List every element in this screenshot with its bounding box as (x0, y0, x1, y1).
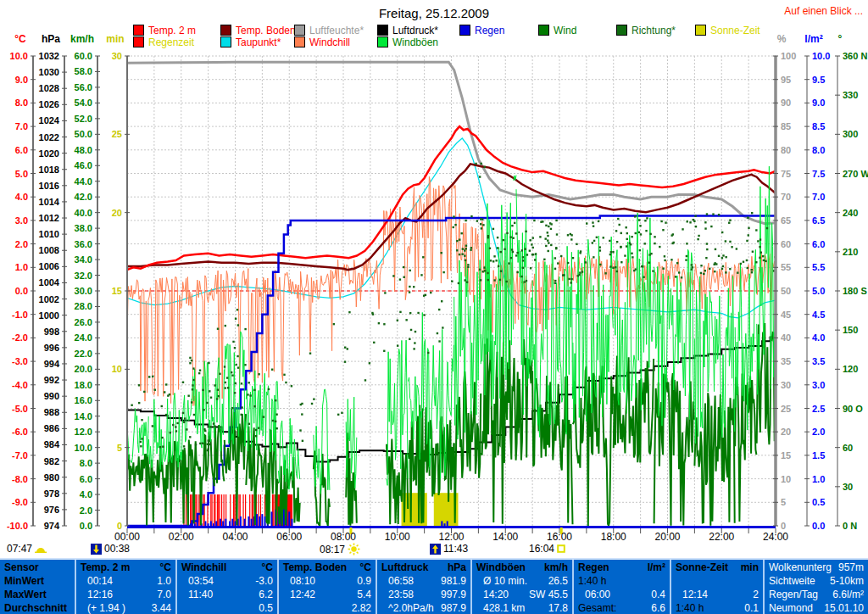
richtung-dot (248, 423, 250, 425)
richtung-dot (632, 256, 633, 258)
svg-text:-9.0: -9.0 (12, 497, 28, 507)
richtung-dot (709, 268, 710, 270)
value-luftdruck-2-num: 987.9 (441, 601, 466, 614)
svg-text:°: ° (838, 33, 843, 45)
axis-lpm2: l/m²10.09.59.08.58.07.57.06.56.05.55.04.… (804, 33, 830, 531)
regen-bar (264, 516, 266, 526)
value-temp-boden-0-num: 0.9 (357, 574, 371, 588)
richtung-dot (495, 260, 497, 261)
richtung-dot (525, 231, 526, 232)
richtung-dot (554, 280, 556, 282)
richtung-dot (202, 389, 203, 391)
legend-richtung[interactable]: Richtung* (616, 25, 676, 36)
richtung-dot (751, 271, 753, 273)
richtung-dot (138, 402, 140, 404)
richtung-dot (191, 401, 192, 403)
richtung-dot (183, 421, 185, 423)
row-label-sensor: Sensor (4, 561, 39, 574)
richtung-dot (570, 238, 572, 240)
legend-regenzeit[interactable]: Regenzeit (133, 36, 194, 47)
richtung-dot (140, 445, 142, 447)
svg-text:9.0: 9.0 (15, 75, 28, 85)
legend-label: Sonne-Zeit (710, 25, 760, 36)
sunset-time: 16:04 (529, 543, 565, 555)
svg-text:-2.0: -2.0 (12, 332, 28, 343)
richtung-dot (462, 248, 464, 249)
legend-taupunkt[interactable]: Taupunkt* (220, 36, 281, 47)
richtung-dot (399, 278, 401, 280)
richtung-dot (225, 387, 226, 388)
legend-label: Temp. 2 m (148, 25, 196, 36)
richtung-dot (213, 422, 214, 424)
richtung-dot (189, 436, 191, 438)
legend-temp-boden[interactable]: Temp. Boden (220, 25, 296, 36)
richtung-dot (596, 237, 598, 238)
richtung-dot (198, 372, 200, 374)
value-regen-2: Gesamt: (578, 601, 616, 614)
svg-text:1028: 1028 (39, 83, 59, 93)
svg-text:4.0: 4.0 (812, 332, 825, 343)
svg-text:7.0: 7.0 (812, 192, 825, 202)
richtung-dot (208, 362, 209, 364)
sunset-time-label: 16:04 (529, 543, 554, 555)
richtung-dot (192, 388, 193, 390)
svg-text:3.0: 3.0 (15, 215, 28, 226)
x-tick-label: 12:00 (438, 531, 464, 543)
svg-text:6.0: 6.0 (80, 474, 92, 484)
col-header-regen: Regen (578, 561, 609, 574)
richtung-dot (487, 272, 488, 274)
regen-bar (444, 523, 446, 526)
legend-luftfeuchte[interactable]: Luftfeuchte* (294, 25, 364, 36)
svg-text:180 S: 180 S (843, 286, 867, 296)
legend-luftdruck[interactable]: Luftdruck* (377, 25, 438, 36)
richtung-dot (548, 242, 549, 243)
svg-text:10: 10 (781, 474, 791, 484)
richtung-dot (470, 247, 472, 248)
richtung-dot (451, 281, 453, 282)
svg-text:10: 10 (112, 364, 122, 374)
legend-regen[interactable]: Regen (459, 25, 504, 36)
richtung-dot (531, 243, 532, 245)
richtung-dot (441, 300, 442, 302)
richtung-dot (460, 232, 462, 234)
svg-text:50: 50 (781, 286, 791, 296)
richtung-dot (235, 382, 236, 384)
legend-wind[interactable]: Wind (538, 25, 576, 36)
svg-text:min: min (106, 33, 124, 45)
svg-text:40: 40 (781, 332, 791, 343)
richtung-dot (373, 342, 375, 343)
richtung-dot (635, 232, 637, 234)
value-temp-2-m-2: (+ 1.94 ) (81, 601, 125, 614)
summary-table: SensorMinWertMaxWertDurchschnittTemp. 2 … (0, 558, 868, 614)
svg-text:24.0: 24.0 (75, 332, 92, 343)
svg-text:54.0: 54.0 (75, 98, 92, 108)
value-temp-2-m-1-num: 7.0 (157, 588, 171, 601)
richtung-dot (692, 266, 693, 268)
legend-sonne-zeit[interactable]: Sonne-Zeit (695, 25, 760, 36)
richtung-dot (748, 234, 749, 236)
svg-text:330: 330 (843, 90, 858, 100)
legend-windb-en[interactable]: Windböen (377, 36, 438, 47)
x-tick-label: 24:00 (763, 531, 788, 543)
legend-windchill[interactable]: Windchill (294, 36, 350, 47)
richtung-dot (493, 279, 495, 281)
value-windb-en-0-num: 26.5 (548, 574, 568, 588)
richtung-dot (612, 267, 614, 269)
svg-text:1024: 1024 (39, 115, 60, 126)
richtung-dot (141, 438, 142, 439)
richtung-dot (714, 271, 715, 272)
richtung-dot (234, 347, 236, 349)
richtung-dot (189, 362, 191, 364)
richtung-dot (721, 257, 723, 259)
richtung-dot (466, 281, 468, 282)
svg-text:32.0: 32.0 (75, 271, 92, 281)
richtung-dot (550, 244, 552, 246)
richtung-dot (554, 268, 556, 270)
richtung-dot (383, 323, 385, 325)
richtung-dot (392, 275, 394, 276)
richtung-dot (593, 256, 594, 258)
regen-bar (251, 519, 253, 526)
legend-temp-2-m[interactable]: Temp. 2 m (133, 25, 196, 36)
svg-text:978: 978 (44, 488, 59, 499)
richtung-dot (762, 255, 764, 257)
